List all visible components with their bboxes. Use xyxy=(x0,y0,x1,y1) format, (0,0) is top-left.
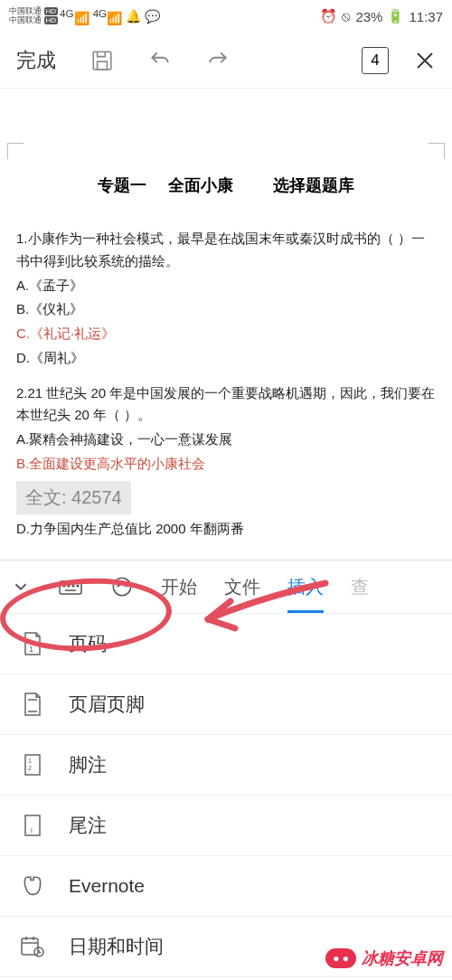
insert-item-label: Evernote xyxy=(69,875,145,897)
document-area[interactable]: 专题一 全面小康 选择题题库 1.小康作为一种社会模式，最早是在战国末年或秦汉时… xyxy=(0,89,452,560)
svg-text:i: i xyxy=(31,826,33,834)
datetime-icon xyxy=(20,934,45,959)
signal-icon: 4G📶 xyxy=(93,7,123,25)
tab-file[interactable]: 文件 xyxy=(224,575,260,599)
insert-page-number[interactable]: 1 页码 xyxy=(0,614,452,674)
svg-point-5 xyxy=(72,585,74,587)
signal-icon: 4G📶 xyxy=(60,7,89,25)
svg-rect-14 xyxy=(25,815,40,835)
svg-rect-2 xyxy=(60,581,81,594)
insert-item-label: 页码 xyxy=(69,631,107,656)
watermark-logo-icon: ● ● xyxy=(325,948,356,968)
silent-icon: ⦸ xyxy=(342,8,351,24)
footnote-icon: 12 xyxy=(20,752,45,777)
header-footer-icon xyxy=(20,692,45,717)
bell-icon: 🔔 xyxy=(126,9,141,24)
svg-point-3 xyxy=(63,585,65,587)
svg-point-9 xyxy=(124,584,126,586)
insert-item-label: 尾注 xyxy=(69,813,107,838)
tab-insert[interactable]: 插入 xyxy=(287,575,324,599)
page-corner-icon xyxy=(428,143,445,159)
doc-body: 1.小康作为一种社会模式，最早是在战国末年或秦汉时成书的（ ）一书中得到比较系统… xyxy=(16,228,436,540)
svg-point-7 xyxy=(113,579,131,597)
tab-start[interactable]: 开始 xyxy=(161,575,197,599)
page-number-icon: 1 xyxy=(20,631,45,656)
svg-text:2: 2 xyxy=(28,765,32,771)
redo-icon[interactable] xyxy=(206,49,230,72)
svg-rect-16 xyxy=(22,938,38,955)
status-bar: 中国联通 HD 中国联通 HD 4G📶 4G📶 🔔 💬 ⏰ ⦸ 23% 🔋 11… xyxy=(0,0,452,33)
insert-endnote[interactable]: i 尾注 xyxy=(0,796,452,856)
battery-icon: 🔋 xyxy=(387,8,404,24)
insert-item-label: 日期和时间 xyxy=(69,934,164,959)
watermark: ● ● 冰糖安卓网 xyxy=(325,947,443,969)
endnote-icon: i xyxy=(20,813,45,838)
evernote-icon xyxy=(20,873,45,899)
status-left: 中国联通 HD 中国联通 HD 4G📶 4G📶 🔔 💬 xyxy=(9,7,160,25)
doc-title: 专题一 全面小康 选择题题库 xyxy=(16,174,436,196)
svg-point-8 xyxy=(118,584,120,586)
keyboard-icon[interactable] xyxy=(58,576,83,598)
svg-point-6 xyxy=(77,585,79,587)
tab-view[interactable]: 查 xyxy=(351,575,369,599)
close-icon[interactable] xyxy=(414,50,436,71)
battery-percent: 23% xyxy=(355,9,382,24)
insert-item-label: 脚注 xyxy=(69,752,107,777)
voice-icon[interactable] xyxy=(110,575,134,598)
insert-evernote[interactable]: Evernote xyxy=(0,856,452,917)
clock: 11:37 xyxy=(409,9,443,24)
tab-bar: 开始 文件 插入 查 xyxy=(0,560,452,614)
status-right: ⏰ ⦸ 23% 🔋 11:37 xyxy=(320,8,443,24)
collapse-panel-icon[interactable] xyxy=(11,577,31,597)
alarm-icon: ⏰ xyxy=(320,8,337,24)
insert-item-label: 页眉页脚 xyxy=(69,692,145,717)
insert-footnote[interactable]: 12 脚注 xyxy=(0,735,452,796)
insert-menu: 1 页码 页眉页脚 12 脚注 i 尾注 Evernote 日期和时间 xyxy=(0,614,452,980)
svg-rect-0 xyxy=(93,52,111,70)
editor-toolbar: 完成 4 xyxy=(0,33,452,89)
page-corner-icon xyxy=(7,143,24,159)
svg-rect-1 xyxy=(98,61,108,70)
word-count-badge: 全文: 42574 xyxy=(16,481,131,514)
insert-header-footer[interactable]: 页眉页脚 xyxy=(0,674,452,735)
chat-icon: 💬 xyxy=(145,9,160,24)
svg-point-4 xyxy=(68,585,70,587)
svg-text:1: 1 xyxy=(29,645,33,654)
svg-text:1: 1 xyxy=(28,758,32,764)
done-button[interactable]: 完成 xyxy=(16,47,56,74)
save-icon[interactable] xyxy=(90,49,114,72)
page-count-button[interactable]: 4 xyxy=(362,47,389,74)
undo-icon[interactable] xyxy=(148,49,172,72)
